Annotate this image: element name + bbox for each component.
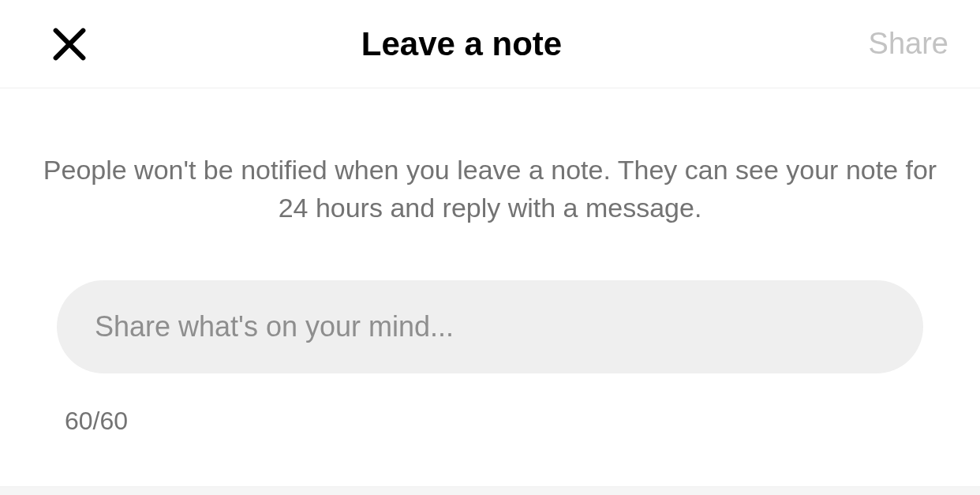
share-button[interactable]: Share [830, 27, 948, 61]
footer-gap [0, 487, 980, 495]
header: Leave a note Share [0, 0, 980, 88]
description-text: People won't be notified when you leave … [40, 152, 940, 227]
note-input[interactable] [57, 280, 923, 373]
close-button[interactable] [46, 24, 93, 65]
page-title: Leave a note [361, 25, 562, 63]
character-counter: 60/60 [65, 407, 941, 436]
content: People won't be notified when you leave … [0, 88, 980, 487]
close-icon [49, 24, 90, 65]
input-container [57, 280, 923, 373]
